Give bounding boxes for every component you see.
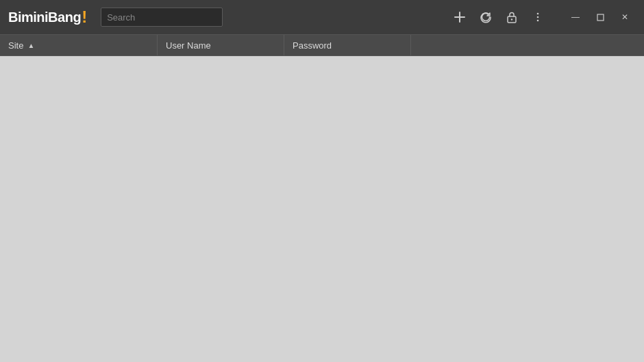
lock-button[interactable] bbox=[504, 10, 519, 25]
search-input[interactable] bbox=[101, 8, 223, 27]
title-bar: BiminiBang ! bbox=[0, 0, 644, 34]
col-password[interactable]: Password bbox=[284, 35, 411, 55]
minimize-button[interactable]: — bbox=[565, 6, 586, 28]
maximize-button[interactable] bbox=[589, 6, 611, 28]
menu-button[interactable] bbox=[530, 10, 545, 25]
add-button[interactable] bbox=[452, 10, 467, 25]
search-box bbox=[101, 8, 223, 27]
refresh-button[interactable] bbox=[478, 10, 493, 25]
svg-point-5 bbox=[537, 16, 539, 18]
col-site-label: Site bbox=[8, 40, 23, 51]
col-username[interactable]: User Name bbox=[158, 35, 284, 55]
svg-rect-7 bbox=[597, 14, 604, 21]
main-content bbox=[0, 56, 644, 362]
app-logo: BiminiBang ! bbox=[8, 8, 87, 27]
close-button[interactable]: ✕ bbox=[614, 6, 636, 28]
col-username-label: User Name bbox=[166, 40, 211, 51]
logo-exclamation: ! bbox=[82, 8, 87, 27]
svg-point-3 bbox=[511, 18, 512, 20]
col-password-label: Password bbox=[293, 40, 332, 51]
svg-point-4 bbox=[537, 13, 539, 15]
col-site[interactable]: Site ▲ bbox=[0, 35, 158, 55]
toolbar-icons bbox=[452, 10, 545, 25]
logo-text: BiminiBang bbox=[8, 10, 81, 25]
col-extra bbox=[411, 35, 644, 55]
window-controls: — ✕ bbox=[565, 6, 636, 28]
svg-point-6 bbox=[537, 20, 539, 22]
column-header: Site ▲ User Name Password bbox=[0, 34, 644, 56]
sort-arrow-up-icon: ▲ bbox=[27, 42, 34, 49]
app-window: BiminiBang ! bbox=[0, 0, 644, 362]
